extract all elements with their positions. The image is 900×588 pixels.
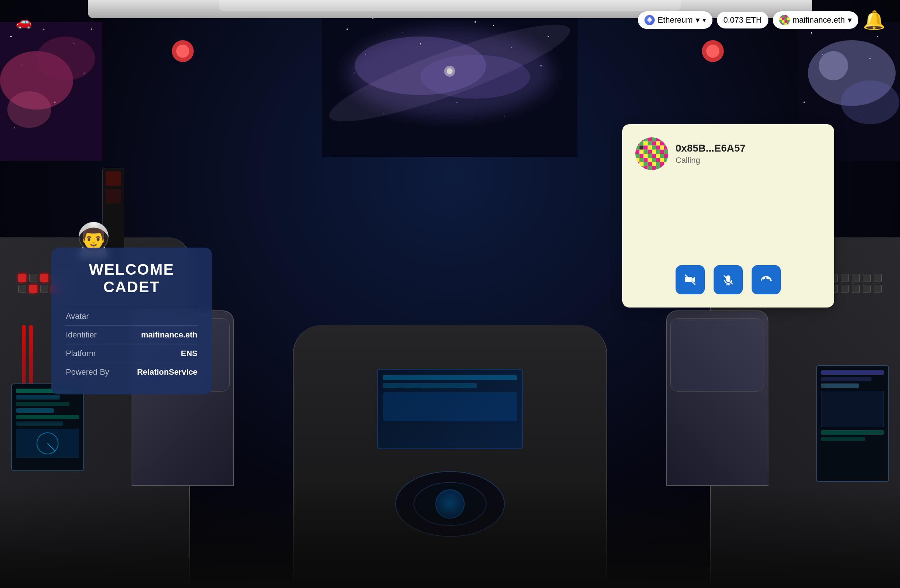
- svg-rect-94: [635, 150, 639, 154]
- svg-point-47: [804, 102, 805, 103]
- account-chevron-icon: ▾: [848, 15, 852, 25]
- svg-point-32: [84, 73, 85, 74]
- svg-point-29: [73, 43, 73, 44]
- svg-rect-102: [635, 154, 639, 158]
- svg-rect-70: [635, 137, 639, 141]
- svg-rect-64: [785, 20, 787, 23]
- svg-rect-122: [652, 162, 656, 166]
- svg-point-25: [37, 37, 95, 80]
- svg-rect-131: [656, 166, 660, 170]
- svg-rect-129: [648, 166, 652, 170]
- end-call-button[interactable]: [752, 265, 781, 294]
- svg-rect-126: [635, 166, 639, 170]
- welcome-row-identifier: Identifier maifinance.eth: [66, 325, 197, 344]
- svg-rect-68: [785, 23, 787, 25]
- svg-rect-79: [639, 141, 643, 145]
- account-label: maifinance.eth: [793, 15, 845, 25]
- mute-button[interactable]: [714, 265, 743, 294]
- svg-rect-99: [656, 150, 660, 154]
- svg-rect-118: [635, 162, 639, 166]
- eth-balance: 0.073 ETH: [717, 12, 768, 28]
- logo-car: 🚗: [7, 11, 40, 33]
- svg-point-40: [841, 80, 899, 124]
- svg-rect-77: [664, 137, 668, 141]
- svg-rect-133: [664, 166, 668, 170]
- svg-rect-128: [644, 166, 648, 170]
- network-label: Ethereum: [658, 15, 692, 25]
- svg-rect-127: [639, 166, 643, 170]
- svg-point-20: [383, 113, 384, 114]
- left-screen: [11, 384, 84, 471]
- calling-card: 0x85B...E6A57 Calling: [622, 124, 834, 308]
- svg-point-11: [548, 36, 549, 37]
- svg-point-50: [706, 45, 719, 58]
- svg-rect-105: [648, 154, 652, 158]
- svg-rect-123: [656, 162, 660, 166]
- svg-rect-62: [779, 20, 782, 23]
- svg-rect-96: [644, 150, 648, 154]
- svg-rect-91: [656, 146, 660, 150]
- svg-rect-85: [664, 141, 668, 145]
- header-buttons: Ethereum ▾ 0.073 ETH: [638, 9, 885, 31]
- svg-rect-73: [648, 137, 652, 141]
- video-off-icon: [684, 274, 696, 286]
- account-avatar: [779, 15, 790, 25]
- svg-rect-57: [787, 15, 790, 17]
- svg-rect-93: [664, 146, 668, 150]
- powered-by-label: Powered By: [66, 367, 109, 377]
- svg-rect-81: [648, 141, 652, 145]
- svg-rect-132: [660, 166, 664, 170]
- svg-rect-67: [782, 23, 785, 25]
- svg-rect-112: [644, 158, 648, 162]
- svg-rect-78: [635, 141, 639, 145]
- welcome-row-avatar: Avatar: [66, 307, 197, 325]
- svg-point-12: [365, 54, 366, 55]
- notification-bell[interactable]: 🔔: [863, 9, 885, 31]
- svg-rect-89: [648, 146, 652, 150]
- svg-rect-124: [660, 162, 664, 166]
- svg-point-18: [354, 73, 355, 73]
- svg-rect-116: [660, 158, 664, 162]
- svg-rect-107: [656, 154, 660, 158]
- network-chevron-icon: ▾: [696, 15, 700, 25]
- svg-point-26: [7, 91, 51, 128]
- svg-point-44: [822, 54, 823, 55]
- top-bar: 🚗 Ethereum ▾ 0.073 ETH: [0, 7, 900, 33]
- caller-status: Calling: [675, 156, 745, 165]
- identifier-label: Identifier: [66, 330, 96, 340]
- welcome-card: WELCOME CADET Avatar Identifier maifinan…: [51, 248, 212, 395]
- video-toggle-button[interactable]: [675, 265, 705, 294]
- svg-rect-82: [652, 141, 656, 145]
- svg-point-16: [456, 102, 458, 103]
- svg-rect-61: [787, 17, 790, 20]
- svg-rect-66: [779, 23, 782, 25]
- svg-rect-111: [639, 158, 643, 162]
- caller-address: 0x85B...E6A57: [675, 142, 745, 154]
- welcome-row-platform: Platform ENS: [66, 344, 197, 363]
- svg-point-43: [877, 36, 878, 37]
- caller-info: 0x85B...E6A57 Calling: [635, 137, 821, 170]
- svg-point-19: [540, 65, 542, 67]
- svg-point-15: [511, 47, 512, 48]
- caller-avatar: [635, 137, 668, 170]
- platform-value: ENS: [181, 349, 197, 358]
- svg-point-33: [54, 102, 56, 103]
- floor: [0, 486, 900, 588]
- svg-rect-59: [782, 17, 785, 20]
- svg-rect-95: [639, 150, 643, 154]
- welcome-row-powered-by: Powered By RelationService: [66, 363, 197, 381]
- account-button[interactable]: maifinance.eth ▾: [773, 11, 858, 29]
- svg-point-31: [22, 65, 22, 66]
- svg-point-27: [10, 36, 12, 37]
- svg-rect-88: [644, 146, 648, 150]
- svg-rect-108: [660, 154, 664, 158]
- right-screen: [816, 365, 889, 482]
- network-selector[interactable]: Ethereum ▾: [638, 11, 712, 29]
- svg-rect-63: [782, 20, 785, 23]
- svg-rect-100: [660, 150, 664, 154]
- svg-rect-97: [648, 150, 652, 154]
- svg-rect-86: [635, 146, 639, 150]
- svg-rect-114: [652, 158, 656, 162]
- svg-rect-65: [787, 20, 790, 23]
- svg-point-39: [819, 51, 848, 80]
